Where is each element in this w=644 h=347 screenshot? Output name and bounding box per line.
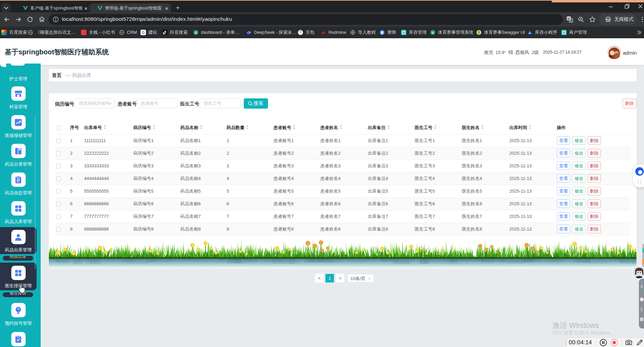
svg-text:文: 文 bbox=[570, 19, 573, 23]
svg-text:V: V bbox=[195, 31, 197, 34]
svg-text:V: V bbox=[432, 31, 434, 34]
svg-text:G: G bbox=[142, 30, 145, 34]
svg-text:爱: 爱 bbox=[380, 31, 384, 34]
